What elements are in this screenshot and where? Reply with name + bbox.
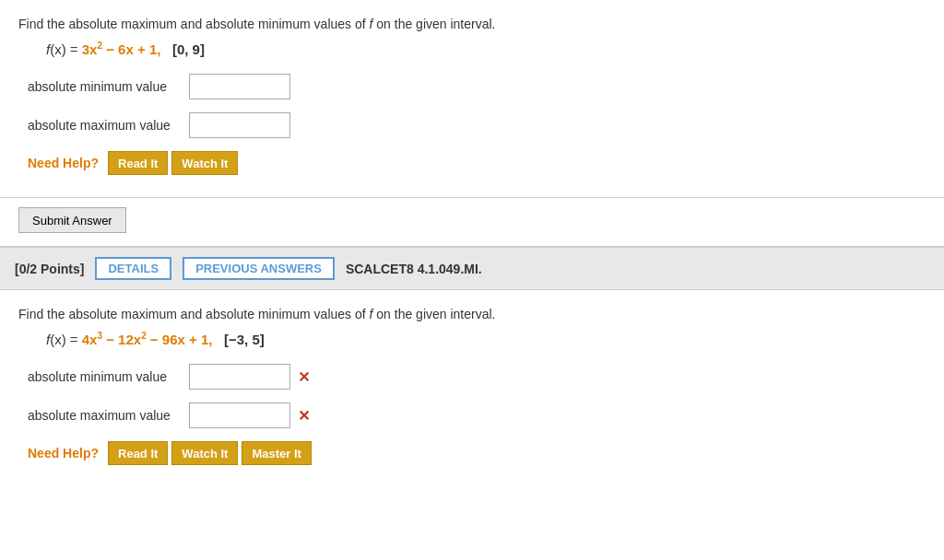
read-it-button-2[interactable]: Read It <box>108 441 168 465</box>
read-it-button-1[interactable]: Read It <box>108 151 168 175</box>
watch-it-button-1[interactable]: Watch It <box>171 151 238 175</box>
function-display-2: f(x) = 4x3 − 12x2 − 96x + 1, [−3, 5] <box>46 331 926 347</box>
previous-answers-button[interactable]: PREVIOUS ANSWERS <box>183 257 335 280</box>
submit-row: Submit Answer <box>0 198 944 248</box>
min-label-1: absolute minimum value <box>28 79 189 94</box>
max-label-2: absolute maximum value <box>28 408 189 423</box>
max-value-row-2: absolute maximum value ✕ <box>28 402 926 428</box>
max-value-input-2[interactable] <box>189 402 290 428</box>
min-value-row-1: absolute minimum value <box>28 74 926 99</box>
points-label: [0/2 Points] <box>15 262 84 276</box>
need-help-row-2: Need Help? Read It Watch It Master It <box>28 441 926 465</box>
need-help-row-1: Need Help? Read It Watch It <box>28 151 926 175</box>
max-value-row-1: absolute maximum value <box>28 112 926 138</box>
watch-it-button-2[interactable]: Watch It <box>171 441 238 465</box>
source-label: SCALCET8 4.1.049.MI. <box>346 262 482 276</box>
problem-text-2: Find the absolute maximum and absolute m… <box>18 307 926 321</box>
min-value-row-2: absolute minimum value ✕ <box>28 364 926 390</box>
function-display-1: f(x) = 3x2 − 6x + 1, [0, 9] <box>46 41 926 57</box>
details-button[interactable]: DETAILS <box>95 257 171 280</box>
problem-text-1: Find the absolute maximum and absolute m… <box>18 17 926 31</box>
need-help-label-1: Need Help? <box>28 156 99 170</box>
max-wrong-icon: ✕ <box>298 407 310 425</box>
max-value-input-1[interactable] <box>189 112 290 138</box>
min-wrong-icon: ✕ <box>298 368 310 386</box>
min-value-input-2[interactable] <box>189 364 290 390</box>
max-label-1: absolute maximum value <box>28 118 189 133</box>
need-help-label-2: Need Help? <box>28 446 99 461</box>
section-header-2: [0/2 Points] DETAILS PREVIOUS ANSWERS SC… <box>0 248 944 290</box>
min-value-input-1[interactable] <box>189 74 290 99</box>
min-label-2: absolute minimum value <box>28 369 189 384</box>
submit-answer-button[interactable]: Submit Answer <box>18 207 126 233</box>
master-it-button[interactable]: Master It <box>242 441 311 465</box>
